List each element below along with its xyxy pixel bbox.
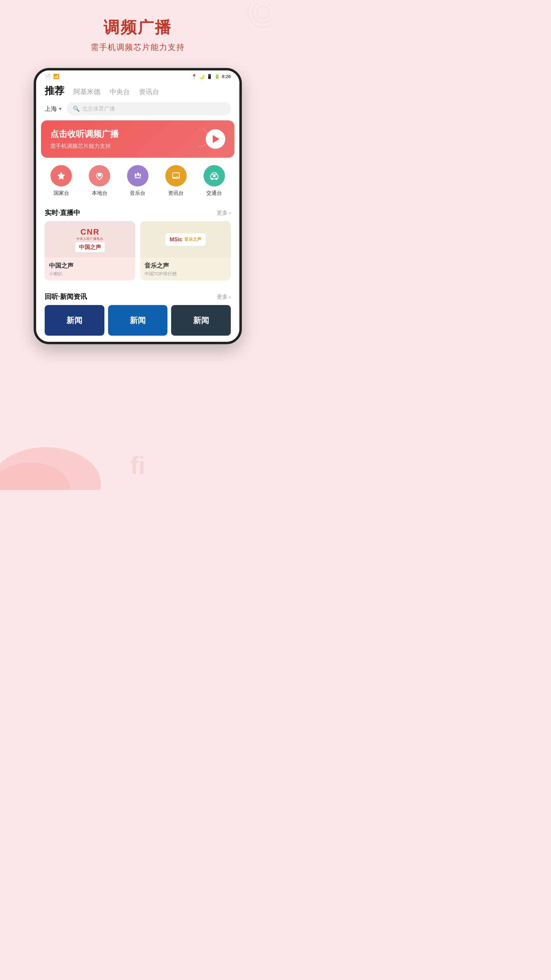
time-display: 8:26 [222, 74, 231, 79]
city-selector[interactable]: 上海 ▼ [45, 105, 62, 113]
svg-rect-5 [137, 173, 139, 176]
jiaotong-label: 交通台 [206, 189, 222, 197]
nav-tabs: 推荐 阿基米德 中央台 资讯台 [36, 81, 240, 98]
news-card-3-text: 新闻 [193, 315, 209, 326]
tab-recommended[interactable]: 推荐 [45, 84, 64, 98]
category-row: 国家台 本地台 音乐台 [36, 158, 240, 203]
news-card-2-text: 新闻 [130, 315, 146, 326]
replay-section-title: 回听·新闻资讯 [45, 292, 87, 301]
search-row: 上海 ▼ 🔍 北京体育广播 [36, 98, 240, 120]
yinyue-icon-circle [127, 165, 148, 186]
svg-point-10 [211, 178, 213, 180]
category-bendi[interactable]: 本地台 [89, 165, 110, 197]
news-card-2[interactable]: 新闻 [108, 305, 168, 336]
news-card-1-text: 新闻 [67, 315, 83, 326]
tab-news[interactable]: 资讯台 [139, 87, 159, 97]
news-card-1[interactable]: 新闻 [45, 305, 105, 336]
cnr-text: CNR [81, 227, 100, 237]
status-left-icons: 📄 📶 [45, 73, 59, 79]
zixun-icon-circle [165, 165, 187, 186]
jiaotong-icon-circle [203, 165, 225, 186]
city-chevron-icon: ▼ [58, 106, 62, 111]
fi-watermark: fi [107, 441, 168, 490]
banner-title: 点击收听调频广播 [50, 128, 119, 140]
live-section-header: 实时·直播中 更多 › [36, 203, 240, 221]
news-card-3[interactable]: 新闻 [171, 305, 231, 336]
radio-card-music[interactable]: MSic 音乐之声 音乐之声 中国TOP排行榜 [140, 221, 231, 280]
cnr-voice-text: 中国之声 [75, 242, 105, 252]
music-card-image: MSic 音乐之声 [140, 221, 231, 258]
cnr-logo: CNR 中央人民广播电台 中国之声 [75, 227, 105, 252]
search-placeholder: 北京体育广播 [82, 105, 115, 112]
svg-point-11 [215, 178, 218, 180]
svg-rect-7 [135, 177, 141, 178]
radio-cards-row: CNR 中央人民广播电台 中国之声 中国之声 小喇叭 MSic 音乐之声 音乐之… [36, 221, 240, 286]
music-logo-name: 音乐之声 [184, 237, 202, 242]
zixun-label: 资讯台 [168, 189, 184, 197]
category-yinyue[interactable]: 音乐台 [127, 165, 148, 197]
svg-point-2 [257, 6, 269, 18]
status-right-icons: 📍 🌙 📱 🔋 8:26 [191, 74, 231, 79]
category-guojia[interactable]: 国家台 [51, 165, 72, 197]
replay-section-header: 回听·新闻资讯 更多 › [36, 286, 240, 305]
music-logo: MSic 音乐之声 [165, 233, 206, 246]
chevron-right-icon: › [229, 210, 231, 216]
phone-mockup: 📄 📶 📍 🌙 📱 🔋 8:26 推荐 阿基米德 中央台 资讯台 上海 ▼ 🔍 … [34, 68, 242, 344]
banner-subtitle: 需手机调频芯片能力支持 [50, 142, 119, 150]
tab-central[interactable]: 中央台 [110, 87, 130, 97]
tab-ajimide[interactable]: 阿基米德 [73, 87, 100, 97]
yinyue-label: 音乐台 [130, 189, 145, 197]
search-icon: 🔍 [73, 105, 79, 112]
guojia-label: 国家台 [54, 189, 69, 197]
music-msic-text: MSic [170, 236, 183, 243]
sim-icon: 📱 [206, 74, 213, 79]
cnr-card-image: CNR 中央人民广播电台 中国之声 [45, 221, 135, 258]
music-station-name: 音乐之声 [144, 261, 227, 270]
page-title-area: 调频广播 需手机调频芯片能力支持 [91, 17, 185, 52]
music-station-sub: 中国TOP排行榜 [144, 271, 227, 277]
guojia-icon-circle [51, 165, 72, 186]
cnr-card-info: 中国之声 小喇叭 [45, 258, 135, 280]
play-button[interactable] [206, 129, 225, 149]
cnr-station-sub: 小喇叭 [49, 271, 131, 277]
bendi-icon-circle [89, 165, 110, 186]
city-name: 上海 [45, 105, 57, 113]
cnr-sub-text: 中央人民广播电台 [76, 237, 103, 241]
banner-text: 点击收听调频广播 需手机调频芯片能力支持 [50, 128, 119, 150]
status-bar: 📄 📶 📍 🌙 📱 🔋 8:26 [36, 70, 240, 81]
wifi-icon: 📶 [53, 73, 59, 79]
battery-icon: 🔋 [214, 74, 220, 79]
bendi-label: 本地台 [92, 189, 108, 197]
radio-card-zhongguo[interactable]: CNR 中央人民广播电台 中国之声 中国之声 小喇叭 [45, 221, 135, 280]
svg-rect-12 [213, 175, 216, 177]
music-card-info: 音乐之声 中国TOP排行榜 [140, 258, 231, 280]
live-more-button[interactable]: 更多 › [217, 209, 231, 216]
page-main-title: 调频广播 [91, 17, 185, 38]
moon-icon: 🌙 [199, 74, 205, 79]
svg-rect-4 [135, 173, 137, 177]
live-section-title: 实时·直播中 [45, 208, 80, 218]
svg-rect-6 [140, 173, 141, 177]
location-icon: 📍 [191, 74, 197, 79]
red-banner[interactable]: 点击收听调频广播 需手机调频芯片能力支持 [41, 120, 235, 158]
replay-chevron-right-icon: › [229, 294, 231, 300]
deco-circles [236, 3, 272, 40]
cnr-station-name: 中国之声 [49, 261, 131, 270]
replay-more-button[interactable]: 更多 › [217, 293, 231, 301]
page-subtitle: 需手机调频芯片能力支持 [91, 42, 185, 52]
category-zixun[interactable]: 资讯台 [165, 165, 187, 197]
news-cards-row: 新闻 新闻 新闻 [36, 305, 240, 342]
play-icon [213, 135, 219, 143]
search-box[interactable]: 🔍 北京体育广播 [67, 102, 231, 115]
doc-icon: 📄 [45, 73, 51, 79]
category-jiaotong[interactable]: 交通台 [203, 165, 225, 197]
